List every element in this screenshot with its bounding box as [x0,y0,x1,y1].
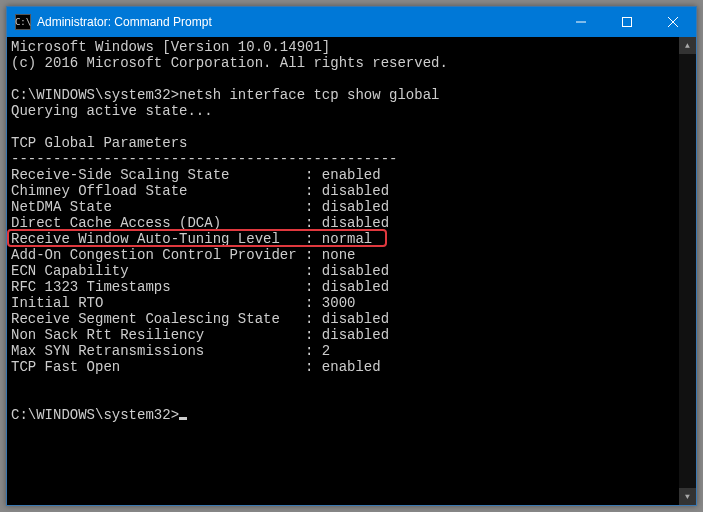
param-row: TCP Fast Open : enabled [11,359,677,375]
querying-line: Querying active state... [11,103,677,119]
terminal-line [11,71,677,87]
vertical-scrollbar[interactable]: ▲ ▼ [679,37,696,505]
titlebar[interactable]: C:\ Administrator: Command Prompt [7,7,696,37]
minimize-button[interactable] [558,7,604,37]
cursor [179,417,187,420]
param-row: Receive-Side Scaling State : enabled [11,167,677,183]
copyright-line: (c) 2016 Microsoft Corporation. All righ… [11,55,677,71]
maximize-button[interactable] [604,7,650,37]
window-title: Administrator: Command Prompt [37,15,212,29]
terminal-line [11,391,677,407]
command-line: C:\WINDOWS\system32>netsh interface tcp … [11,87,677,103]
param-row: Receive Segment Coalescing State : disab… [11,311,677,327]
version-line: Microsoft Windows [Version 10.0.14901] [11,39,677,55]
param-row: Receive Window Auto-Tuning Level : norma… [11,231,677,247]
param-row: ECN Capability : disabled [11,263,677,279]
param-row: NetDMA State : disabled [11,199,677,215]
prompt-line: C:\WINDOWS\system32> [11,407,677,423]
param-row: Non Sack Rtt Resiliency : disabled [11,327,677,343]
param-row: Initial RTO : 3000 [11,295,677,311]
param-row: Direct Cache Access (DCA) : disabled [11,215,677,231]
divider-line: ----------------------------------------… [11,151,677,167]
terminal-line [11,375,677,391]
terminal-line [11,119,677,135]
close-button[interactable] [650,7,696,37]
terminal-output[interactable]: Microsoft Windows [Version 10.0.14901](c… [7,37,679,505]
section-title: TCP Global Parameters [11,135,677,151]
app-icon: C:\ [15,14,31,30]
scroll-down-arrow[interactable]: ▼ [679,488,696,505]
param-row: Max SYN Retransmissions : 2 [11,343,677,359]
scroll-track[interactable] [679,54,696,488]
command-prompt-window: C:\ Administrator: Command Prompt Micros… [6,6,697,506]
param-row: Chimney Offload State : disabled [11,183,677,199]
param-row: RFC 1323 Timestamps : disabled [11,279,677,295]
svg-rect-1 [623,18,632,27]
scroll-up-arrow[interactable]: ▲ [679,37,696,54]
param-row: Add-On Congestion Control Provider : non… [11,247,677,263]
